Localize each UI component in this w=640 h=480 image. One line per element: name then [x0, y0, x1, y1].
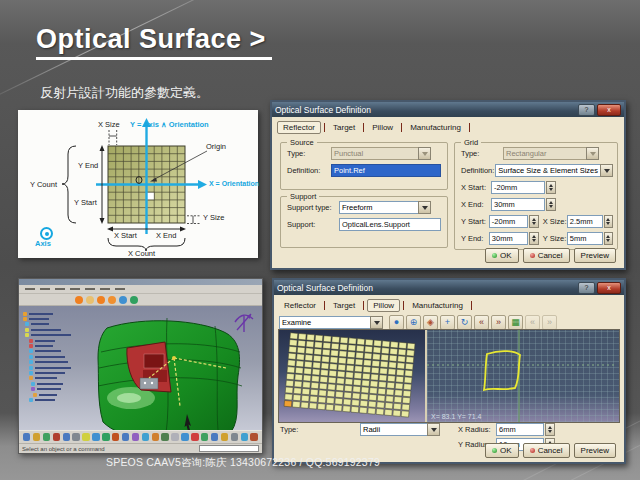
- mesh-cell[interactable]: [343, 406, 351, 412]
- mesh-cell[interactable]: [307, 334, 315, 340]
- grid-type-dropdown[interactable]: Rectangular: [503, 147, 599, 160]
- mesh-cell[interactable]: [378, 381, 386, 387]
- mesh-cell[interactable]: [337, 378, 345, 384]
- mesh-cell[interactable]: [286, 373, 294, 379]
- mesh-cell[interactable]: [331, 343, 339, 349]
- tab-pillow[interactable]: Pillow: [367, 299, 400, 312]
- preview-button[interactable]: Preview: [574, 443, 616, 458]
- dropdown-arrow-icon[interactable]: [586, 147, 599, 160]
- mesh-cell[interactable]: [293, 394, 301, 400]
- mesh-cell[interactable]: [371, 374, 379, 380]
- mesh-cell[interactable]: [338, 364, 346, 370]
- mesh-cell[interactable]: [352, 400, 360, 406]
- mesh-cell[interactable]: [337, 371, 345, 377]
- source-definition-field[interactable]: Point.Ref: [331, 164, 441, 177]
- mesh-cell[interactable]: [368, 408, 376, 414]
- x-radius-spinner[interactable]: [545, 423, 555, 436]
- ok-button[interactable]: OK: [485, 248, 519, 263]
- mesh-cell[interactable]: [407, 350, 415, 356]
- mesh-cell[interactable]: [368, 401, 376, 407]
- pillow-mesh-viewport[interactable]: [279, 330, 425, 422]
- mesh-cell[interactable]: [396, 369, 404, 375]
- mesh-cell[interactable]: [402, 404, 410, 410]
- mesh-cell[interactable]: [353, 379, 361, 385]
- mesh-cell[interactable]: [339, 351, 347, 357]
- mesh-cell[interactable]: [285, 394, 293, 400]
- mesh-cell[interactable]: [310, 389, 318, 395]
- mesh-cell[interactable]: [347, 351, 355, 357]
- mesh-cell[interactable]: [338, 357, 346, 363]
- tab-pillow[interactable]: Pillow: [367, 122, 398, 133]
- catia-top-toolbar[interactable]: [19, 294, 262, 306]
- mesh-cell[interactable]: [356, 345, 364, 351]
- mesh-cell[interactable]: [370, 381, 378, 387]
- mesh-cell[interactable]: [376, 409, 384, 415]
- mesh-cell[interactable]: [371, 367, 379, 373]
- mesh-cell[interactable]: [312, 376, 320, 382]
- mesh-cell[interactable]: [312, 369, 320, 375]
- mesh-cell[interactable]: [372, 354, 380, 360]
- cancel-button[interactable]: Cancel: [523, 248, 570, 263]
- support-type-dropdown[interactable]: Freeform: [339, 201, 431, 214]
- mesh-cell[interactable]: [377, 402, 385, 408]
- mesh-cell[interactable]: [387, 375, 395, 381]
- cancel-button[interactable]: Cancel: [523, 443, 570, 458]
- x-end-field[interactable]: 30mm: [491, 198, 545, 211]
- mesh-cell[interactable]: [303, 382, 311, 388]
- mesh-cell[interactable]: [399, 342, 407, 348]
- mesh-cell[interactable]: [381, 348, 389, 354]
- mesh-cell[interactable]: [355, 366, 363, 372]
- catia-compass-icon[interactable]: [235, 314, 253, 332]
- mesh-cell[interactable]: [388, 369, 396, 375]
- mesh-cell[interactable]: [377, 395, 385, 401]
- mesh-cell[interactable]: [292, 401, 300, 407]
- mesh-cell[interactable]: [362, 380, 370, 386]
- mesh-cell[interactable]: [357, 339, 365, 345]
- mesh-cell[interactable]: [348, 345, 356, 351]
- mesh-cell[interactable]: [380, 361, 388, 367]
- toolbar-icon[interactable]: [82, 433, 89, 441]
- mesh-cell[interactable]: [310, 396, 318, 402]
- mesh-cell[interactable]: [287, 367, 295, 373]
- y-end-field[interactable]: 30mm: [489, 232, 528, 245]
- mesh-cell[interactable]: [402, 397, 410, 403]
- mesh-cell[interactable]: [351, 406, 359, 412]
- mesh-cell[interactable]: [343, 399, 351, 405]
- x-start-spinner[interactable]: [546, 181, 556, 194]
- type-dropdown[interactable]: Radii: [360, 423, 440, 436]
- tab-reflector[interactable]: Reflector: [279, 300, 321, 311]
- toolbar-icon[interactable]: [201, 433, 208, 441]
- mesh-cell[interactable]: [352, 393, 360, 399]
- mesh-cell[interactable]: [407, 343, 415, 349]
- mesh-cell[interactable]: [361, 394, 369, 400]
- mesh-cell[interactable]: [304, 361, 312, 367]
- mesh-cell[interactable]: [286, 380, 294, 386]
- mesh-cell[interactable]: [321, 363, 329, 369]
- mesh-cell[interactable]: [314, 348, 322, 354]
- toolbar-icon[interactable]: [142, 433, 149, 441]
- toolbar-icon[interactable]: [75, 296, 83, 304]
- pillow-plot-viewport[interactable]: X= 83.1 Y= 71.4: [427, 330, 619, 422]
- dropdown-arrow-icon[interactable]: [418, 201, 431, 214]
- toolbar-icon[interactable]: [72, 433, 79, 441]
- mesh-cell[interactable]: [360, 400, 368, 406]
- mesh-cell[interactable]: [289, 340, 297, 346]
- mesh-cell[interactable]: [346, 372, 354, 378]
- dropdown-arrow-icon[interactable]: [370, 316, 383, 329]
- mesh-cell[interactable]: [379, 375, 387, 381]
- mesh-cell[interactable]: [401, 411, 409, 417]
- mesh-cell[interactable]: [298, 333, 306, 339]
- toolbar-icon[interactable]: [130, 296, 138, 304]
- toolbar-icon[interactable]: [231, 433, 238, 441]
- mesh-cell[interactable]: [306, 348, 314, 354]
- toolbar-icon[interactable]: [181, 433, 188, 441]
- mesh-cell[interactable]: [290, 333, 298, 339]
- mesh-cell[interactable]: [387, 382, 395, 388]
- mesh-cell[interactable]: [297, 347, 305, 353]
- mesh-cell[interactable]: [298, 340, 306, 346]
- dropdown-arrow-icon[interactable]: [600, 164, 613, 177]
- toolbar-icon[interactable]: [43, 433, 50, 441]
- mesh-cell[interactable]: [309, 403, 317, 409]
- mesh-cell[interactable]: [301, 395, 309, 401]
- mesh-cell[interactable]: [398, 349, 406, 355]
